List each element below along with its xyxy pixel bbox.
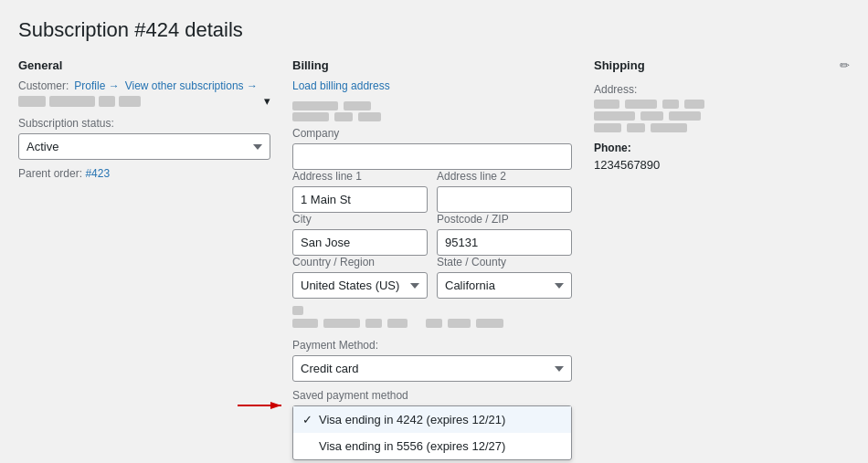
customer-blurred-4 — [119, 96, 141, 107]
billing-blur-5 — [358, 112, 381, 121]
address-line1-label: Address line 1 — [292, 170, 428, 183]
customer-label: Customer: — [18, 79, 69, 92]
ship-b10 — [651, 123, 687, 132]
general-column: General Customer: Profile → View other s… — [18, 58, 292, 180]
shipping-address-label: Address: — [594, 83, 850, 96]
address-line2-input[interactable] — [437, 186, 572, 213]
arrow-indicator — [238, 396, 288, 415]
shipping-section-title: Shipping — [594, 58, 645, 72]
edit-pencil-icon[interactable]: ✏ — [840, 58, 850, 72]
payment-method-select[interactable]: Credit card — [292, 355, 572, 382]
payment-option-5556[interactable]: ✓ Visa ending in 5556 (expires 12/27) — [293, 433, 571, 459]
saved-payment-label: Saved payment method — [292, 389, 572, 402]
state-label: State / County — [437, 256, 572, 268]
b-blur-f — [426, 319, 442, 328]
customer-dropdown-icon: ▾ — [264, 94, 270, 108]
address-line2-group: Address line 2 — [437, 170, 572, 213]
b-blur-b — [292, 319, 318, 328]
payment-option-4242-label: Visa ending in 4242 (expires 12/21) — [319, 413, 505, 426]
billing-column: Billing Load billing address Company Add… — [292, 58, 594, 405]
phone-label: Phone: — [594, 142, 850, 154]
b-blur-h — [476, 319, 503, 328]
subscription-status-label: Subscription status: — [18, 117, 270, 130]
postcode-group: Postcode / ZIP — [437, 213, 572, 256]
address-line1-group: Address line 1 — [292, 170, 428, 213]
billing-blur-1 — [292, 101, 338, 110]
country-state-row: Country / Region United States (US) Stat… — [292, 256, 572, 299]
city-postcode-row: City Postcode / ZIP — [292, 213, 572, 256]
page-wrapper: Subscription #424 details General Custom… — [0, 0, 868, 463]
billing-blurred-name-row2 — [292, 112, 572, 121]
ship-blur-row3 — [594, 123, 850, 132]
city-input[interactable] — [292, 229, 428, 256]
address-line1-input[interactable] — [292, 186, 428, 213]
state-group: State / County California — [437, 256, 572, 299]
ship-blur-row1 — [594, 100, 850, 109]
city-label: City — [292, 213, 428, 226]
city-group: City — [292, 213, 428, 256]
payment-method-section: Payment Method: Credit card Saved paymen… — [292, 339, 572, 402]
load-billing-address-link[interactable]: Load billing address — [292, 79, 572, 92]
parent-order-link[interactable]: #423 — [85, 167, 110, 180]
ship-b8 — [594, 123, 621, 132]
ship-b7 — [669, 111, 701, 121]
ship-blur-row2 — [594, 111, 850, 121]
country-group: Country / Region United States (US) — [292, 256, 428, 299]
billing-blurred-row4 — [292, 319, 572, 328]
billing-blur-4 — [334, 112, 353, 121]
b-blur-c — [323, 319, 360, 328]
country-label: Country / Region — [292, 256, 428, 268]
company-input[interactable] — [292, 143, 572, 170]
payment-method-label: Payment Method: — [292, 339, 572, 352]
b-blur-g — [448, 319, 471, 328]
postcode-label: Postcode / ZIP — [437, 213, 572, 226]
company-label: Company — [292, 127, 572, 140]
ship-b5 — [594, 111, 635, 121]
general-section-title: General — [18, 58, 270, 72]
customer-blurred-1 — [18, 96, 46, 107]
address-row: Address line 1 Address line 2 — [292, 170, 572, 213]
shipping-column: Shipping ✏ Address: — [594, 58, 850, 175]
status-select-wrapper: Active — [18, 133, 270, 160]
ship-b6 — [640, 111, 663, 121]
profile-link[interactable]: Profile → — [74, 79, 119, 92]
state-select[interactable]: California — [437, 272, 572, 299]
page-title: Subscription #424 details — [18, 18, 850, 42]
parent-order-row: Parent order: #423 — [18, 167, 270, 180]
billing-blur-2 — [344, 101, 371, 110]
b-blur-d — [365, 319, 382, 328]
customer-blurred-2 — [49, 96, 95, 107]
columns-layout: General Customer: Profile → View other s… — [18, 58, 850, 405]
b-blur-a — [292, 306, 303, 315]
billing-blurred-row3 — [292, 306, 572, 315]
shipping-header: Shipping ✏ — [594, 58, 850, 79]
saved-payment-dropdown[interactable]: ✓ Visa ending in 4242 (expires 12/21) ✓ … — [292, 405, 572, 460]
company-field-group: Company — [292, 127, 572, 170]
postcode-input[interactable] — [437, 229, 572, 256]
address-line2-label: Address line 2 — [437, 170, 572, 183]
customer-blurred-3 — [99, 96, 115, 107]
country-select[interactable]: United States (US) — [292, 272, 428, 299]
billing-blurred-name-row1 — [292, 101, 572, 110]
customer-row: Customer: Profile → View other subscript… — [18, 79, 270, 92]
shipping-address-blurred — [594, 100, 850, 132]
ship-b1 — [594, 100, 619, 109]
customer-select-row: ▾ — [18, 94, 270, 108]
billing-section-title: Billing — [292, 58, 572, 72]
billing-blur-3 — [292, 112, 329, 121]
view-subscriptions-link[interactable]: View other subscriptions → — [125, 79, 258, 92]
ship-b3 — [662, 100, 679, 109]
checkmark-icon-4242: ✓ — [302, 413, 315, 426]
ship-b9 — [627, 123, 645, 132]
b-blur-e — [387, 319, 408, 328]
phone-value: 1234567890 — [594, 156, 850, 175]
payment-option-5556-label: Visa ending in 5556 (expires 12/27) — [319, 439, 505, 453]
payment-option-4242[interactable]: ✓ Visa ending in 4242 (expires 12/21) — [293, 406, 571, 433]
ship-b4 — [684, 100, 704, 109]
subscription-status-select[interactable]: Active — [18, 133, 270, 160]
ship-b2 — [625, 100, 657, 109]
parent-order-label: Parent order: — [18, 167, 82, 180]
